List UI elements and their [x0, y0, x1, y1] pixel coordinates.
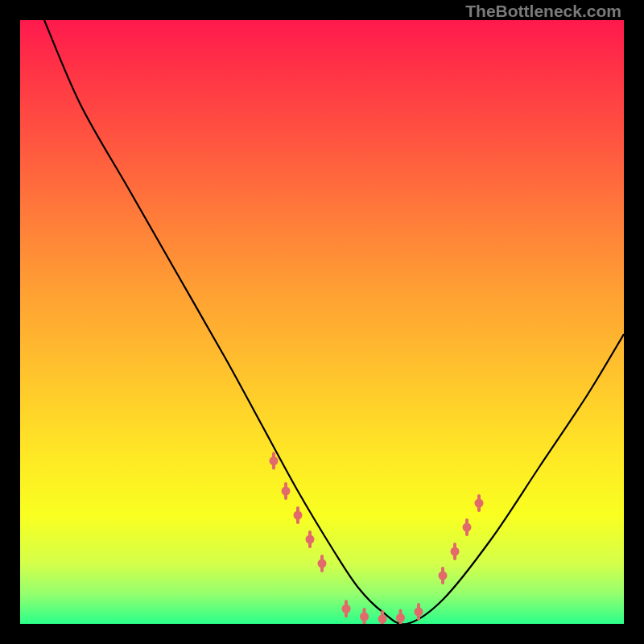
bottleneck-curve [44, 20, 624, 624]
marker-dot [342, 605, 351, 613]
marker-dot [451, 547, 460, 556]
marker-dot [415, 608, 423, 617]
chart-frame: TheBottleneck.com [0, 0, 644, 644]
trend-markers [270, 454, 484, 625]
marker-dot [318, 559, 327, 568]
marker-dot [270, 456, 279, 465]
marker-dot [396, 613, 405, 622]
marker-dot [282, 487, 291, 496]
plot-area [20, 20, 624, 624]
marker-dot [378, 615, 387, 624]
marker-dot [360, 613, 369, 621]
marker-dot [475, 499, 484, 508]
marker-dot [306, 535, 315, 544]
chart-svg [20, 20, 624, 624]
marker-dot [439, 572, 448, 580]
marker-dot [463, 523, 472, 532]
watermark-text: TheBottleneck.com [465, 2, 621, 21]
marker-dot [294, 511, 303, 520]
